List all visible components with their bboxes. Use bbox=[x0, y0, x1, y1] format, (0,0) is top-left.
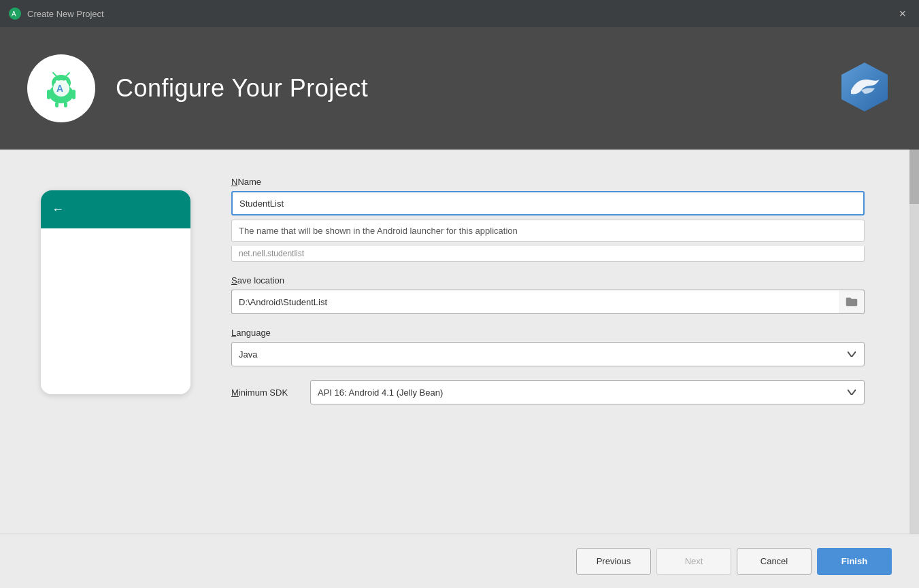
svg-rect-11 bbox=[64, 102, 67, 107]
svg-text:A: A bbox=[12, 10, 16, 18]
name-label: NName bbox=[231, 177, 865, 187]
scrollbar-thumb[interactable] bbox=[909, 150, 919, 204]
header-banner: A Configure Your Project bbox=[0, 27, 919, 150]
logo-circle: A bbox=[27, 54, 95, 122]
language-label: Language bbox=[231, 328, 865, 338]
svg-line-7 bbox=[66, 73, 69, 76]
name-field-group: NName The name that will be shown in the… bbox=[231, 177, 865, 262]
package-name-hint: net.nell.studentlist bbox=[231, 246, 865, 262]
svg-rect-8 bbox=[47, 90, 50, 99]
name-hint: The name that will be shown in the Andro… bbox=[231, 220, 865, 242]
browse-folder-button[interactable] bbox=[839, 290, 865, 314]
save-location-label: Save location bbox=[231, 275, 865, 286]
svg-rect-9 bbox=[72, 90, 76, 99]
language-select[interactable]: Java Kotlin bbox=[231, 342, 865, 366]
svg-rect-10 bbox=[55, 102, 59, 107]
min-sdk-select[interactable]: API 16: Android 4.1 (Jelly Bean) API 21:… bbox=[310, 380, 865, 404]
cancel-button[interactable]: Cancel bbox=[737, 548, 812, 575]
folder-icon bbox=[846, 297, 858, 307]
bottom-bar: Previous Next Cancel Finish bbox=[0, 534, 919, 588]
close-button[interactable]: ✕ bbox=[895, 7, 911, 20]
back-arrow-icon: ← bbox=[52, 203, 64, 217]
min-sdk-row: Minimum SDK API 16: Android 4.1 (Jelly B… bbox=[231, 380, 865, 404]
language-field-group: Language Java Kotlin bbox=[231, 328, 865, 366]
phone-body bbox=[41, 228, 190, 394]
next-button[interactable]: Next bbox=[656, 548, 731, 575]
title-bar: A Create New Project ✕ bbox=[0, 0, 919, 27]
phone-toolbar: ← bbox=[41, 190, 190, 228]
save-location-input[interactable] bbox=[231, 290, 839, 314]
name-input[interactable] bbox=[231, 191, 865, 215]
android-studio-logo: A bbox=[41, 68, 82, 109]
save-location-field-group: Save location bbox=[231, 275, 865, 314]
phone-preview: ← bbox=[41, 190, 190, 394]
min-sdk-label: Minimum SDK bbox=[231, 387, 299, 398]
svg-text:A: A bbox=[56, 83, 63, 94]
main-content: ← NName The name that will be shown in t… bbox=[0, 150, 919, 534]
brand-logo bbox=[837, 60, 892, 117]
scrollbar-track[interactable] bbox=[909, 150, 919, 534]
svg-line-6 bbox=[53, 73, 56, 76]
previous-button[interactable]: Previous bbox=[576, 548, 651, 575]
save-location-row bbox=[231, 290, 865, 314]
form-area: NName The name that will be shown in the… bbox=[231, 177, 878, 506]
page-title: Configure Your Project bbox=[116, 74, 368, 103]
window-title: Create New Project bbox=[27, 9, 104, 19]
hummingbird-icon bbox=[837, 60, 892, 114]
app-icon: A bbox=[8, 7, 22, 20]
finish-button[interactable]: Finish bbox=[817, 548, 892, 575]
